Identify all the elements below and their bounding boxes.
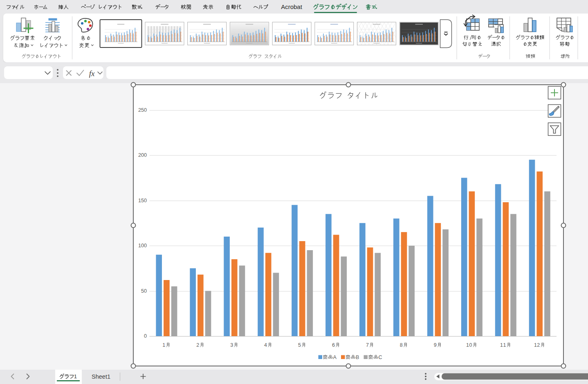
svg-text:7: 7 — [366, 342, 369, 348]
svg-text:1: 1 — [534, 342, 537, 348]
svg-text:1: 1 — [503, 342, 506, 348]
svg-text:1: 1 — [162, 342, 165, 348]
svg-text:5: 5 — [298, 342, 301, 348]
svg-text:Sheet1: Sheet1 — [92, 373, 110, 380]
svg-text:0: 0 — [144, 333, 147, 339]
svg-text:6: 6 — [332, 342, 335, 348]
svg-text:100: 100 — [138, 243, 147, 248]
svg-text:C: C — [379, 355, 382, 360]
svg-text:1: 1 — [500, 342, 503, 348]
svg-text:1: 1 — [74, 373, 77, 379]
svg-text:250: 250 — [138, 107, 147, 113]
svg-text:0: 0 — [469, 342, 472, 348]
svg-text:A: A — [333, 355, 337, 360]
svg-text:200: 200 — [138, 152, 147, 158]
svg-text:150: 150 — [138, 198, 147, 203]
svg-text:2: 2 — [196, 342, 199, 348]
svg-text:9: 9 — [434, 342, 437, 348]
svg-text:3: 3 — [230, 342, 233, 348]
svg-text:fx: fx — [89, 69, 95, 78]
svg-text:8: 8 — [400, 342, 403, 348]
svg-text:50: 50 — [141, 288, 147, 294]
svg-text:Acrobat: Acrobat — [281, 3, 303, 10]
svg-text:4: 4 — [264, 342, 267, 348]
svg-text:B: B — [356, 355, 359, 360]
svg-text:2: 2 — [537, 342, 540, 348]
svg-text:1: 1 — [466, 342, 469, 348]
